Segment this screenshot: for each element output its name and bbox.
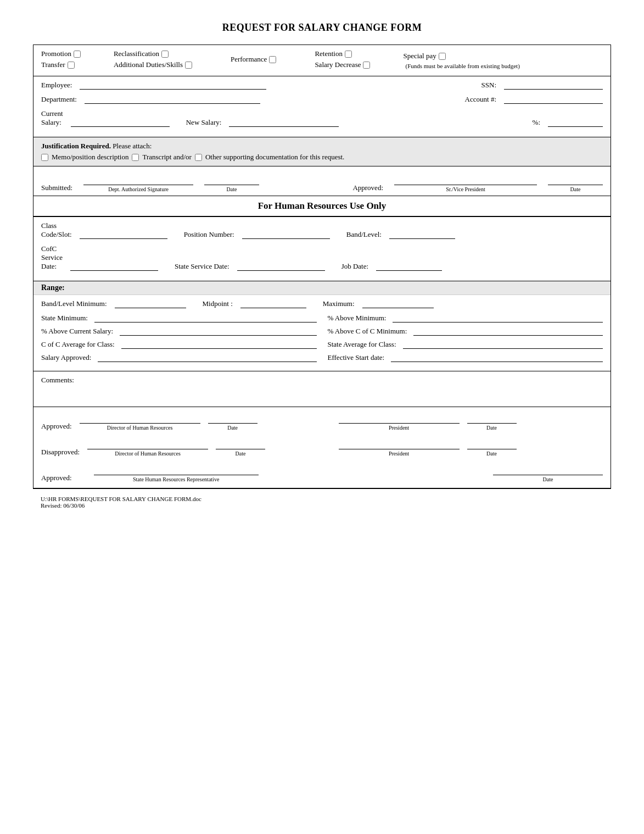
promotion-checkbox[interactable] [74,51,81,58]
employee-label: Employee: [41,81,72,90]
additional-duties-checkbox[interactable] [185,62,192,69]
class-code-field[interactable] [80,230,167,239]
salary-approved-col: Salary Approved: [41,353,317,362]
submitted-date-block: Date [204,174,259,192]
account-field[interactable] [504,95,603,104]
state-service-field[interactable] [237,262,325,271]
employee-fields: Employee: SSN: Department: Account #: Cu… [33,76,611,137]
comments-label: Comments: [41,376,74,384]
range-two-col-4: Salary Approved: Effective Start date: [41,353,603,362]
effective-start-field[interactable] [391,353,603,362]
special-pay-checkbox-group[interactable]: Special pay [403,52,503,60]
cofc-avg-field[interactable] [121,340,317,349]
pct-above-cofc-label: % Above C of C Minimum: [328,327,407,336]
transfer-checkbox[interactable] [68,62,75,69]
state-hr-line[interactable] [94,464,259,475]
vp-sig-sub: Sr./Vice President [446,186,485,192]
additional-duties-label: Additional Duties/Skills [114,60,183,69]
president-disapproved-line[interactable] [339,438,460,449]
department-account-row: Department: Account #: [41,95,603,104]
range-two-col-1: State Minimum: % Above Minimum: [41,314,603,323]
transcript-label: Transcript and/or [142,153,191,162]
disapproved-label-text: Disapproved: [41,448,80,457]
state-avg-field[interactable] [403,340,603,349]
salary-approved-field[interactable] [98,353,316,362]
ssn-field[interactable] [504,81,603,90]
special-pay-checkbox[interactable] [439,53,446,60]
pct-above-min-col: % Above Minimum: [328,314,603,323]
class-code-row: Class Code/Slot: Position Number: Band/L… [41,221,603,239]
state-avg-label: State Average for Class: [328,340,396,349]
transfer-checkbox-group[interactable]: Transfer [41,60,81,69]
other-docs-checkbox[interactable] [195,154,202,161]
performance-label: Performance [231,55,267,64]
cofc-field[interactable] [70,262,158,271]
state-min-field[interactable] [94,314,317,323]
reclassification-checkbox[interactable] [161,51,169,58]
dir-hr-approved-date-line[interactable] [208,413,257,424]
dir-hr-approved-line[interactable] [80,413,200,424]
president-disapproved-date-line[interactable] [467,438,517,449]
state-hr-date-line[interactable] [493,464,603,475]
dir-hr-disapproved-block: Director of Human Resources [87,438,208,457]
dir-hr-disapproved-date-line[interactable] [216,438,265,449]
salary-decrease-checkbox[interactable] [363,62,370,69]
dir-hr-disapproved-sub: Director of Human Resources [115,451,181,457]
vp-sig-line[interactable] [394,174,537,185]
current-salary-field[interactable] [71,118,170,127]
position-number-field[interactable] [242,230,330,239]
approved-date-line[interactable] [548,174,603,185]
form-title: REQUEST FOR SALARY CHANGE FORM [33,22,611,34]
president-approved-line[interactable] [339,413,460,424]
salary-decrease-checkbox-group[interactable]: Salary Decrease [315,60,370,69]
dept-sig-line[interactable] [83,174,193,185]
approved-right: President Date [339,413,603,431]
president-approved-date-line[interactable] [467,413,517,424]
percent-field[interactable] [548,118,603,127]
other-docs-label: Other supporting documentation for this … [205,153,344,162]
account-label: Account #: [465,95,496,104]
cofc-label: CofC Service Date: [41,244,63,271]
job-date-field[interactable] [376,262,442,271]
memo-label: Memo/position description [52,153,128,162]
hr-fields-section: Class Code/Slot: Position Number: Band/L… [33,217,611,281]
department-field[interactable] [85,95,260,104]
additional-duties-checkbox-group[interactable]: Additional Duties/Skills [114,60,192,69]
pct-above-cofc-field[interactable] [413,327,603,336]
pct-above-min-field[interactable] [393,314,603,323]
col4-checkboxes: Retention Salary Decrease [315,49,387,71]
range-fields-section: Band/Level Minimum: Midpoint : Maximum: … [33,295,611,371]
pct-above-current-label: % Above Current Salary: [41,327,113,336]
performance-checkbox[interactable] [269,56,276,63]
promotion-label: Promotion [41,49,71,58]
vp-sig-block: Sr./Vice President [394,174,537,192]
employee-field[interactable] [80,81,266,90]
department-label: Department: [41,95,77,104]
col3-checkboxes: Performance [231,55,293,66]
transcript-checkbox[interactable] [132,154,139,161]
pct-above-current-field[interactable] [120,327,316,336]
memo-checkbox[interactable] [41,154,48,161]
dir-hr-disapproved-line[interactable] [87,438,208,449]
band-level-field[interactable] [389,230,455,239]
reclassification-checkbox-group[interactable]: Reclassification [114,49,192,58]
midpoint-field[interactable] [240,299,306,308]
maximum-field[interactable] [362,299,434,308]
approved2-label-text: Approved: [41,474,72,482]
position-number-label: Position Number: [184,230,234,239]
retention-checkbox[interactable] [345,51,352,58]
justification-items: Memo/position description Transcript and… [41,153,603,162]
retention-checkbox-group[interactable]: Retention [315,49,370,58]
approved-label-text: Approved: [41,422,72,431]
president-disapproved-sub: President [389,451,409,457]
sig-row: Submitted: Dept. Authorized Signature Da… [41,174,603,192]
submitted-date-line[interactable] [204,174,259,185]
promotion-checkbox-group[interactable]: Promotion [41,49,81,58]
band-min-field[interactable] [115,299,186,308]
state-hr-approved-row: Approved: State Human Resources Represen… [41,464,603,482]
approved-sigs: Approved: Director of Human Resources Da… [41,413,603,431]
job-date-label: Job Date: [341,262,368,271]
performance-checkbox-group[interactable]: Performance [231,55,276,64]
form-container: Promotion Transfer Reclassification Addi… [33,45,611,489]
new-salary-field[interactable] [229,118,339,127]
